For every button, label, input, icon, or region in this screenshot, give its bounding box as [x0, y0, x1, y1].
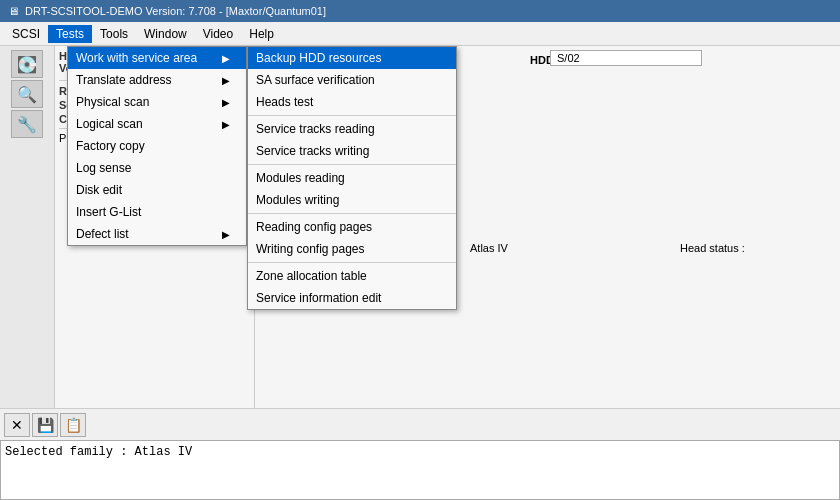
- bottom-toolbar: ✕ 💾 📋: [0, 408, 840, 440]
- console-output: Selected family : Atlas IV: [0, 440, 840, 500]
- submenu-sep-2: [248, 164, 456, 165]
- close-button[interactable]: ✕: [4, 413, 30, 437]
- console-text: Selected family : Atlas IV: [5, 445, 192, 459]
- menu-item-logical-scan[interactable]: Logical scan ▶: [68, 113, 246, 135]
- save-button[interactable]: 💾: [32, 413, 58, 437]
- menu-item-translate[interactable]: Translate address ▶: [68, 69, 246, 91]
- menu-tests[interactable]: Tests: [48, 25, 92, 43]
- submenu-sep-3: [248, 213, 456, 214]
- submenu-sep-1: [248, 115, 456, 116]
- work-submenu: Backup HDD resources SA surface verifica…: [247, 46, 457, 310]
- submenu-sep-4: [248, 262, 456, 263]
- menu-scsi[interactable]: SCSI: [4, 25, 48, 43]
- tools-icon[interactable]: 🔧: [11, 110, 43, 138]
- menu-help[interactable]: Help: [241, 25, 282, 43]
- copy-button[interactable]: 📋: [60, 413, 86, 437]
- submenu-modules-writing[interactable]: Modules writing: [248, 189, 456, 211]
- submenu-arrow-3: ▶: [222, 97, 230, 108]
- scan-icon[interactable]: 🔍: [11, 80, 43, 108]
- menu-item-log-sense[interactable]: Log sense: [68, 157, 246, 179]
- menu-item-insert-glist[interactable]: Insert G-List: [68, 201, 246, 223]
- submenu-heads-test[interactable]: Heads test: [248, 91, 456, 113]
- menu-tools[interactable]: Tools: [92, 25, 136, 43]
- submenu-backup-hdd[interactable]: Backup HDD resources: [248, 47, 456, 69]
- submenu-arrow-2: ▶: [222, 75, 230, 86]
- menu-window[interactable]: Window: [136, 25, 195, 43]
- menu-item-factory-copy[interactable]: Factory copy: [68, 135, 246, 157]
- submenu-writing-config[interactable]: Writing config pages: [248, 238, 456, 260]
- submenu-service-tracks-reading[interactable]: Service tracks reading: [248, 118, 456, 140]
- menu-item-physical-scan[interactable]: Physical scan ▶: [68, 91, 246, 113]
- submenu-sa-surface[interactable]: SA surface verification: [248, 69, 456, 91]
- menu-video[interactable]: Video: [195, 25, 241, 43]
- submenu-service-tracks-writing[interactable]: Service tracks writing: [248, 140, 456, 162]
- submenu-arrow: ▶: [222, 53, 230, 64]
- menu-item-work-service[interactable]: Work with service area ▶: [68, 47, 246, 69]
- app-icon: 🖥: [8, 5, 19, 17]
- hdd-value-input[interactable]: [550, 50, 702, 66]
- title-text: DRT-SCSITOOL-DEMO Version: 7.708 - [Maxt…: [25, 5, 326, 17]
- submenu-arrow-4: ▶: [222, 119, 230, 130]
- head-status-label: Head status :: [680, 242, 745, 254]
- submenu-arrow-5: ▶: [222, 229, 230, 240]
- title-bar: 🖥 DRT-SCSITOOL-DEMO Version: 7.708 - [Ma…: [0, 0, 840, 22]
- atlas-label: Atlas IV: [470, 242, 508, 254]
- left-panel: 💽 🔍 🔧: [0, 46, 55, 468]
- menu-item-disk-edit[interactable]: Disk edit: [68, 179, 246, 201]
- submenu-zone-allocation[interactable]: Zone allocation table: [248, 265, 456, 287]
- submenu-modules-reading[interactable]: Modules reading: [248, 167, 456, 189]
- menu-bar: SCSI Tests Tools Window Video Help: [0, 22, 840, 46]
- bottom-area: ✕ 💾 📋 Selected family : Atlas IV: [0, 408, 840, 500]
- submenu-reading-config[interactable]: Reading config pages: [248, 216, 456, 238]
- submenu-service-info-edit[interactable]: Service information edit: [248, 287, 456, 309]
- hdd-icon[interactable]: 💽: [11, 50, 43, 78]
- tests-dropdown: Work with service area ▶ Translate addre…: [67, 46, 247, 246]
- menu-item-defect-list[interactable]: Defect list ▶: [68, 223, 246, 245]
